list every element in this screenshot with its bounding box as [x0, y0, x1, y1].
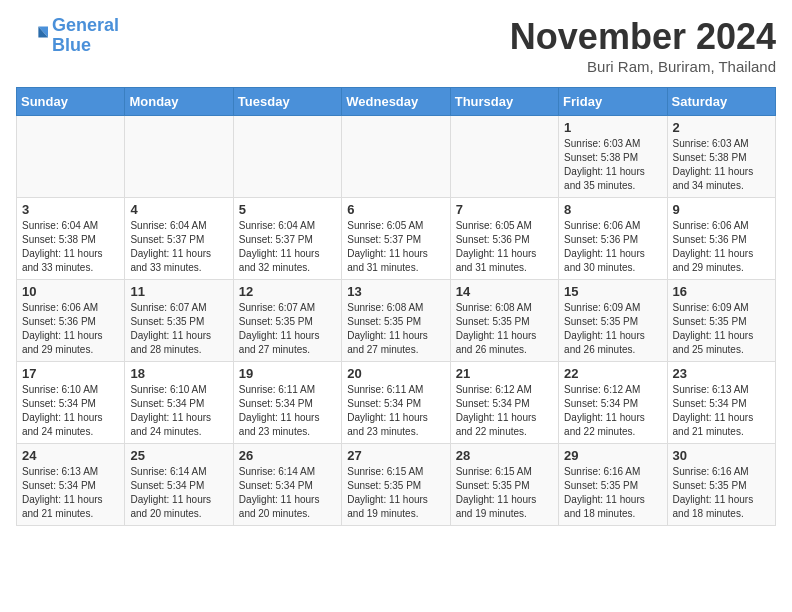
- calendar-cell: 3Sunrise: 6:04 AM Sunset: 5:38 PM Daylig…: [17, 198, 125, 280]
- calendar-cell: 21Sunrise: 6:12 AM Sunset: 5:34 PM Dayli…: [450, 362, 558, 444]
- cell-info: Sunrise: 6:10 AM Sunset: 5:34 PM Dayligh…: [130, 383, 227, 439]
- calendar-cell: 19Sunrise: 6:11 AM Sunset: 5:34 PM Dayli…: [233, 362, 341, 444]
- day-number: 7: [456, 202, 553, 217]
- cell-info: Sunrise: 6:09 AM Sunset: 5:35 PM Dayligh…: [564, 301, 661, 357]
- cell-info: Sunrise: 6:16 AM Sunset: 5:35 PM Dayligh…: [673, 465, 770, 521]
- calendar-cell: 20Sunrise: 6:11 AM Sunset: 5:34 PM Dayli…: [342, 362, 450, 444]
- calendar-week-row: 17Sunrise: 6:10 AM Sunset: 5:34 PM Dayli…: [17, 362, 776, 444]
- weekday-header-row: SundayMondayTuesdayWednesdayThursdayFrid…: [17, 88, 776, 116]
- weekday-header: Sunday: [17, 88, 125, 116]
- logo-text: General Blue: [52, 16, 119, 56]
- calendar-cell: 30Sunrise: 6:16 AM Sunset: 5:35 PM Dayli…: [667, 444, 775, 526]
- day-number: 6: [347, 202, 444, 217]
- day-number: 10: [22, 284, 119, 299]
- calendar-cell: 9Sunrise: 6:06 AM Sunset: 5:36 PM Daylig…: [667, 198, 775, 280]
- weekday-header: Thursday: [450, 88, 558, 116]
- calendar: SundayMondayTuesdayWednesdayThursdayFrid…: [16, 87, 776, 526]
- calendar-cell: 18Sunrise: 6:10 AM Sunset: 5:34 PM Dayli…: [125, 362, 233, 444]
- day-number: 8: [564, 202, 661, 217]
- calendar-cell: 13Sunrise: 6:08 AM Sunset: 5:35 PM Dayli…: [342, 280, 450, 362]
- day-number: 5: [239, 202, 336, 217]
- calendar-cell: 14Sunrise: 6:08 AM Sunset: 5:35 PM Dayli…: [450, 280, 558, 362]
- day-number: 17: [22, 366, 119, 381]
- cell-info: Sunrise: 6:08 AM Sunset: 5:35 PM Dayligh…: [456, 301, 553, 357]
- calendar-cell: 17Sunrise: 6:10 AM Sunset: 5:34 PM Dayli…: [17, 362, 125, 444]
- calendar-cell: 5Sunrise: 6:04 AM Sunset: 5:37 PM Daylig…: [233, 198, 341, 280]
- calendar-cell: 15Sunrise: 6:09 AM Sunset: 5:35 PM Dayli…: [559, 280, 667, 362]
- calendar-cell: 1Sunrise: 6:03 AM Sunset: 5:38 PM Daylig…: [559, 116, 667, 198]
- day-number: 9: [673, 202, 770, 217]
- day-number: 20: [347, 366, 444, 381]
- cell-info: Sunrise: 6:14 AM Sunset: 5:34 PM Dayligh…: [239, 465, 336, 521]
- weekday-header: Tuesday: [233, 88, 341, 116]
- day-number: 29: [564, 448, 661, 463]
- cell-info: Sunrise: 6:15 AM Sunset: 5:35 PM Dayligh…: [456, 465, 553, 521]
- cell-info: Sunrise: 6:06 AM Sunset: 5:36 PM Dayligh…: [673, 219, 770, 275]
- calendar-cell: 29Sunrise: 6:16 AM Sunset: 5:35 PM Dayli…: [559, 444, 667, 526]
- calendar-cell: 23Sunrise: 6:13 AM Sunset: 5:34 PM Dayli…: [667, 362, 775, 444]
- day-number: 4: [130, 202, 227, 217]
- calendar-cell: 28Sunrise: 6:15 AM Sunset: 5:35 PM Dayli…: [450, 444, 558, 526]
- calendar-cell: [125, 116, 233, 198]
- cell-info: Sunrise: 6:14 AM Sunset: 5:34 PM Dayligh…: [130, 465, 227, 521]
- day-number: 13: [347, 284, 444, 299]
- calendar-cell: 6Sunrise: 6:05 AM Sunset: 5:37 PM Daylig…: [342, 198, 450, 280]
- cell-info: Sunrise: 6:15 AM Sunset: 5:35 PM Dayligh…: [347, 465, 444, 521]
- cell-info: Sunrise: 6:04 AM Sunset: 5:37 PM Dayligh…: [239, 219, 336, 275]
- calendar-cell: 25Sunrise: 6:14 AM Sunset: 5:34 PM Dayli…: [125, 444, 233, 526]
- calendar-cell: 22Sunrise: 6:12 AM Sunset: 5:34 PM Dayli…: [559, 362, 667, 444]
- day-number: 2: [673, 120, 770, 135]
- calendar-cell: 12Sunrise: 6:07 AM Sunset: 5:35 PM Dayli…: [233, 280, 341, 362]
- calendar-cell: 16Sunrise: 6:09 AM Sunset: 5:35 PM Dayli…: [667, 280, 775, 362]
- day-number: 3: [22, 202, 119, 217]
- day-number: 23: [673, 366, 770, 381]
- logo: General Blue: [16, 16, 119, 56]
- weekday-header: Monday: [125, 88, 233, 116]
- cell-info: Sunrise: 6:07 AM Sunset: 5:35 PM Dayligh…: [239, 301, 336, 357]
- cell-info: Sunrise: 6:13 AM Sunset: 5:34 PM Dayligh…: [22, 465, 119, 521]
- day-number: 1: [564, 120, 661, 135]
- cell-info: Sunrise: 6:03 AM Sunset: 5:38 PM Dayligh…: [564, 137, 661, 193]
- day-number: 27: [347, 448, 444, 463]
- day-number: 11: [130, 284, 227, 299]
- day-number: 21: [456, 366, 553, 381]
- calendar-week-row: 24Sunrise: 6:13 AM Sunset: 5:34 PM Dayli…: [17, 444, 776, 526]
- day-number: 25: [130, 448, 227, 463]
- cell-info: Sunrise: 6:09 AM Sunset: 5:35 PM Dayligh…: [673, 301, 770, 357]
- month-title: November 2024: [510, 16, 776, 58]
- cell-info: Sunrise: 6:11 AM Sunset: 5:34 PM Dayligh…: [239, 383, 336, 439]
- weekday-header: Saturday: [667, 88, 775, 116]
- calendar-cell: 8Sunrise: 6:06 AM Sunset: 5:36 PM Daylig…: [559, 198, 667, 280]
- calendar-week-row: 3Sunrise: 6:04 AM Sunset: 5:38 PM Daylig…: [17, 198, 776, 280]
- calendar-cell: 2Sunrise: 6:03 AM Sunset: 5:38 PM Daylig…: [667, 116, 775, 198]
- cell-info: Sunrise: 6:16 AM Sunset: 5:35 PM Dayligh…: [564, 465, 661, 521]
- logo-line2: Blue: [52, 35, 91, 55]
- cell-info: Sunrise: 6:08 AM Sunset: 5:35 PM Dayligh…: [347, 301, 444, 357]
- day-number: 22: [564, 366, 661, 381]
- calendar-cell: 27Sunrise: 6:15 AM Sunset: 5:35 PM Dayli…: [342, 444, 450, 526]
- calendar-cell: 7Sunrise: 6:05 AM Sunset: 5:36 PM Daylig…: [450, 198, 558, 280]
- day-number: 16: [673, 284, 770, 299]
- calendar-cell: 10Sunrise: 6:06 AM Sunset: 5:36 PM Dayli…: [17, 280, 125, 362]
- cell-info: Sunrise: 6:03 AM Sunset: 5:38 PM Dayligh…: [673, 137, 770, 193]
- day-number: 14: [456, 284, 553, 299]
- page-header: General Blue November 2024 Buri Ram, Bur…: [16, 16, 776, 75]
- calendar-cell: [233, 116, 341, 198]
- weekday-header: Friday: [559, 88, 667, 116]
- calendar-cell: 26Sunrise: 6:14 AM Sunset: 5:34 PM Dayli…: [233, 444, 341, 526]
- calendar-cell: [450, 116, 558, 198]
- cell-info: Sunrise: 6:12 AM Sunset: 5:34 PM Dayligh…: [456, 383, 553, 439]
- cell-info: Sunrise: 6:06 AM Sunset: 5:36 PM Dayligh…: [564, 219, 661, 275]
- cell-info: Sunrise: 6:04 AM Sunset: 5:38 PM Dayligh…: [22, 219, 119, 275]
- cell-info: Sunrise: 6:06 AM Sunset: 5:36 PM Dayligh…: [22, 301, 119, 357]
- day-number: 30: [673, 448, 770, 463]
- cell-info: Sunrise: 6:04 AM Sunset: 5:37 PM Dayligh…: [130, 219, 227, 275]
- day-number: 24: [22, 448, 119, 463]
- cell-info: Sunrise: 6:05 AM Sunset: 5:37 PM Dayligh…: [347, 219, 444, 275]
- calendar-cell: 4Sunrise: 6:04 AM Sunset: 5:37 PM Daylig…: [125, 198, 233, 280]
- location: Buri Ram, Buriram, Thailand: [510, 58, 776, 75]
- calendar-week-row: 1Sunrise: 6:03 AM Sunset: 5:38 PM Daylig…: [17, 116, 776, 198]
- day-number: 18: [130, 366, 227, 381]
- calendar-cell: [342, 116, 450, 198]
- calendar-cell: 11Sunrise: 6:07 AM Sunset: 5:35 PM Dayli…: [125, 280, 233, 362]
